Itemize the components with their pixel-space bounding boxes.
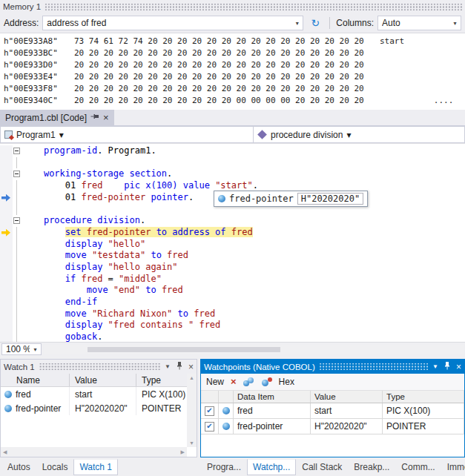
watch-name-cell[interactable]: fred-pointer xyxy=(16,401,70,415)
breakpoint-margin[interactable] xyxy=(0,215,13,227)
watchpoint-enabled-checkbox[interactable]: ✔ xyxy=(205,422,214,432)
tab-progra[interactable]: Progra... xyxy=(201,459,247,475)
watchpoints-titlebar[interactable]: Watchpoints (Native COBOL) ▼ × xyxy=(201,360,464,374)
tab-watch-1[interactable]: Watch 1 xyxy=(73,459,118,475)
watchpoints-column-header[interactable]: Value xyxy=(311,391,383,403)
watch-horizontal-scrollbar[interactable]: ◀ ▶ xyxy=(1,447,187,457)
fold-margin[interactable] xyxy=(13,274,22,285)
watch-column-header[interactable]: Name xyxy=(1,374,70,386)
editor-horizontal-scrollbar[interactable] xyxy=(44,345,464,354)
members-dropdown[interactable]: procedure division ▾ xyxy=(254,126,465,143)
pinned-datatip[interactable]: fred-pointer H"20202020" xyxy=(214,191,368,207)
columns-combobox[interactable]: Auto ▾ xyxy=(377,16,461,30)
fold-collapse-icon[interactable] xyxy=(13,217,20,224)
breakpoint-margin[interactable] xyxy=(0,180,13,192)
breakpoint-margin[interactable] xyxy=(0,157,13,169)
watchpoint-dataitem-cell[interactable]: fred-pointer xyxy=(234,419,311,434)
pin-window-icon[interactable] xyxy=(443,361,451,372)
fold-margin[interactable] xyxy=(13,331,22,342)
tab-watchp[interactable]: Watchp... xyxy=(247,459,296,475)
breakpoint-margin[interactable] xyxy=(0,285,13,297)
close-window-icon[interactable]: × xyxy=(188,363,194,371)
pin-window-icon[interactable] xyxy=(176,361,183,372)
watch-value-cell[interactable]: start xyxy=(70,387,136,401)
breakpoint-margin[interactable] xyxy=(0,145,13,157)
breakpoint-margin[interactable] xyxy=(0,331,13,342)
chevron-down-icon[interactable]: ▾ xyxy=(449,20,461,27)
fold-collapse-icon[interactable] xyxy=(13,148,20,154)
chevron-down-icon[interactable]: ▾ xyxy=(346,130,351,140)
chevron-down-icon[interactable]: ▾ xyxy=(291,20,303,27)
document-tab[interactable]: Program1.cbl [Code] × xyxy=(0,110,114,125)
breakpoint-margin[interactable] xyxy=(0,262,13,274)
fold-margin[interactable] xyxy=(13,157,22,169)
chevron-down-icon[interactable]: ▾ xyxy=(30,346,41,353)
breakpoint-margin[interactable] xyxy=(0,297,13,308)
breakpoint-margin[interactable] xyxy=(0,308,13,320)
watchpoint-row[interactable]: ✔fredstartPIC X(100) xyxy=(201,403,464,419)
breakpoint-margin[interactable] xyxy=(0,227,13,239)
datatip-variable-value[interactable]: H"20202020" xyxy=(297,193,363,205)
watch-column-header[interactable]: Value xyxy=(70,374,136,386)
watch-value-cell[interactable]: H"20202020" xyxy=(70,401,136,415)
fold-margin[interactable] xyxy=(13,215,22,227)
breakpoint-margin[interactable] xyxy=(0,320,13,331)
fold-margin[interactable] xyxy=(13,285,22,297)
watch-vertical-scrollbar[interactable]: ▲ ▼ xyxy=(187,374,197,447)
fold-margin[interactable] xyxy=(13,145,22,157)
watch-titlebar[interactable]: Watch 1 ▼ × xyxy=(1,360,197,374)
watchpoint-group-icon[interactable] xyxy=(243,377,255,387)
watch-name-cell[interactable]: fred xyxy=(16,387,70,401)
tab-locals[interactable]: Locals xyxy=(36,459,74,475)
pin-tab-icon[interactable] xyxy=(91,112,99,123)
refresh-button[interactable]: ↻ xyxy=(307,16,323,31)
scrollbar-thumb[interactable] xyxy=(88,347,280,352)
fold-margin[interactable] xyxy=(13,180,22,192)
address-combobox[interactable]: address of fred ▾ xyxy=(42,16,303,30)
memory-titlebar[interactable]: Memory 1 xyxy=(0,0,465,13)
hex-toggle-button[interactable]: Hex xyxy=(279,377,294,387)
breakpoint-margin[interactable] xyxy=(0,192,13,204)
new-watchpoint-button[interactable]: New xyxy=(206,377,224,387)
fold-margin[interactable] xyxy=(13,203,22,215)
tab-call-stack[interactable]: Call Stack xyxy=(296,459,348,475)
disable-watchpoint-icon[interactable] xyxy=(262,377,272,387)
watchpoint-value-cell[interactable]: start xyxy=(311,403,383,418)
fold-margin[interactable] xyxy=(13,297,22,308)
close-window-icon[interactable]: × xyxy=(456,363,461,371)
watch-row[interactable]: fredstartPIC X(100) xyxy=(1,387,197,401)
code-editor[interactable]: program-id. Program1. working-storage se… xyxy=(0,144,465,342)
watch-row[interactable]: fred-pointerH"20202020"POINTER xyxy=(1,401,197,415)
zoom-combobox[interactable]: 100 % ▾ xyxy=(1,343,42,355)
watchpoint-enabled-checkbox[interactable]: ✔ xyxy=(205,406,214,416)
types-dropdown[interactable]: Program1 ▾ xyxy=(0,126,254,143)
watchpoint-row[interactable]: ✔fred-pointerH"20202020"POINTER xyxy=(201,419,464,434)
tab-autos[interactable]: Autos xyxy=(1,459,36,475)
watchpoint-value-cell[interactable]: H"20202020" xyxy=(311,419,383,434)
watchpoints-column-header[interactable]: Type xyxy=(383,391,464,403)
breakpoint-margin[interactable] xyxy=(0,239,13,251)
fold-margin[interactable] xyxy=(13,227,22,239)
breakpoint-margin[interactable] xyxy=(0,203,13,215)
memory-dump[interactable]: h"00E933A8"73 74 61 72 74 20 20 20 20 20… xyxy=(0,33,465,110)
tab-immedi[interactable]: Immedi... xyxy=(441,459,465,475)
scroll-down-icon[interactable]: ▼ xyxy=(189,440,194,446)
chevron-down-icon[interactable]: ▾ xyxy=(59,130,64,140)
fold-margin[interactable] xyxy=(13,239,22,251)
watchpoint-dataitem-cell[interactable]: fred xyxy=(234,403,311,418)
breakpoint-margin[interactable] xyxy=(0,250,13,262)
fold-margin[interactable] xyxy=(13,168,22,180)
fold-margin[interactable] xyxy=(13,262,22,274)
tab-breakp[interactable]: Breakp... xyxy=(348,459,395,475)
tab-comm[interactable]: Comm... xyxy=(395,459,441,475)
breakpoint-margin[interactable] xyxy=(0,274,13,285)
scroll-left-icon[interactable]: ◀ xyxy=(3,449,7,455)
window-menu-icon[interactable]: ▼ xyxy=(432,363,438,370)
breakpoint-margin[interactable] xyxy=(0,168,13,180)
fold-collapse-icon[interactable] xyxy=(13,171,20,177)
fold-margin[interactable] xyxy=(13,308,22,320)
scroll-right-icon[interactable]: ▶ xyxy=(181,449,185,455)
delete-watchpoint-icon[interactable]: × xyxy=(231,377,237,386)
fold-margin[interactable] xyxy=(13,250,22,262)
window-menu-icon[interactable]: ▼ xyxy=(165,363,171,370)
